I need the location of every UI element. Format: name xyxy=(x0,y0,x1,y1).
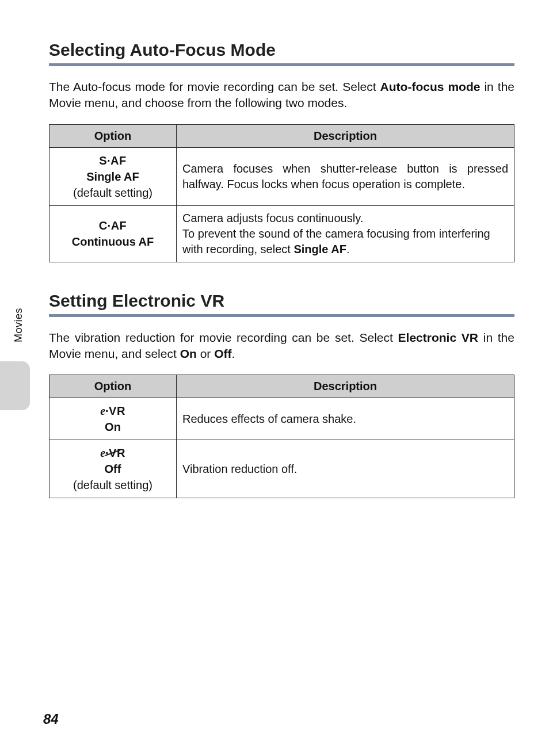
option-single-af-desc: Camera focuses when shutter-release butt… xyxy=(177,147,514,205)
saf-icon: S·AF xyxy=(99,154,127,167)
af-intro-text: The Auto-focus mode for movie recording … xyxy=(49,79,514,112)
option-single-af: S·AF Single AF (default setting) xyxy=(49,147,177,205)
vr-intro-text: The vibration reduction for movie record… xyxy=(49,330,514,362)
af-options-table: Option Description S·AF Single AF (defau… xyxy=(49,124,514,262)
option-continuous-af-desc: Camera adjusts focus continuously. To pr… xyxy=(177,205,514,262)
table-header-option: Option xyxy=(49,124,177,147)
page-content: Selecting Auto-Focus Mode The Auto-focus… xyxy=(0,0,549,756)
option-vr-off-desc: Vibration reduction off. xyxy=(177,440,514,498)
vr-options-table: Option Description e·VR On Reduces effec… xyxy=(49,375,514,498)
section-heading-af: Selecting Auto-Focus Mode xyxy=(49,40,514,66)
table-row: S·AF Single AF (default setting) Camera … xyxy=(49,147,514,205)
table-row: e·VR On Reduces effects of camera shake. xyxy=(49,398,514,440)
option-vr-on: e·VR On xyxy=(49,398,177,440)
table-header-description: Description xyxy=(177,375,514,398)
evr-off-icon: e·VR xyxy=(99,445,127,461)
caf-icon: C·AF xyxy=(99,219,127,232)
option-vr-on-desc: Reduces effects of camera shake. xyxy=(177,398,514,440)
option-vr-off: e·VR Off (default setting) xyxy=(49,440,177,498)
table-row: e·VR Off (default setting) Vibration red… xyxy=(49,440,514,498)
page-number: 84 xyxy=(43,711,59,727)
section-heading-vr: Setting Electronic VR xyxy=(49,291,514,317)
option-continuous-af: C·AF Continuous AF xyxy=(49,205,177,262)
table-header-description: Description xyxy=(177,124,514,147)
evr-on-icon: e·VR xyxy=(100,404,125,417)
table-row: C·AF Continuous AF Camera adjusts focus … xyxy=(49,205,514,262)
table-header-option: Option xyxy=(49,375,177,398)
